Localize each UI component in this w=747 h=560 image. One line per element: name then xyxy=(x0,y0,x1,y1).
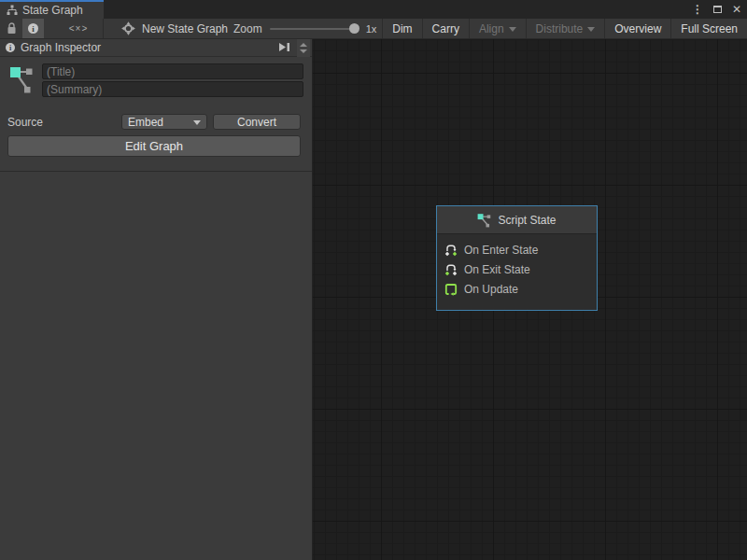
node-row-on-enter-state[interactable]: On Enter State xyxy=(444,240,597,259)
state-graph-icon xyxy=(9,63,35,95)
convert-button[interactable]: Convert xyxy=(213,114,301,130)
zoom-slider-handle[interactable] xyxy=(349,23,359,34)
breadcrumb-label: New State Graph xyxy=(142,22,228,35)
dim-button[interactable]: Dim xyxy=(382,19,421,38)
summary-field[interactable] xyxy=(42,81,303,97)
overview-button[interactable]: Overview xyxy=(604,19,670,38)
chevron-down-icon xyxy=(587,27,595,32)
align-dropdown-button[interactable]: Align xyxy=(469,19,526,38)
full-screen-button[interactable]: Full Screen xyxy=(670,19,747,38)
maximize-icon[interactable] xyxy=(713,6,722,13)
chevron-down-icon xyxy=(300,49,307,53)
on-exit-state-icon xyxy=(444,263,458,276)
edit-graph-button[interactable]: Edit Graph xyxy=(7,135,301,157)
node-row-on-update[interactable]: On Update xyxy=(444,279,597,299)
tab-state-graph[interactable]: State Graph xyxy=(0,0,104,19)
toolbar-separator xyxy=(103,19,104,38)
dock-panel-icon[interactable] xyxy=(276,41,291,53)
tab-strip: State Graph ⋮ ✕ xyxy=(0,0,747,19)
inspector-title: Graph Inspector xyxy=(21,41,101,54)
zoom-slider[interactable] xyxy=(270,28,359,30)
chevron-down-icon xyxy=(193,120,201,125)
chevron-up-icon xyxy=(300,43,307,47)
inspector-header: i Graph Inspector xyxy=(0,39,312,57)
inspector-toggle-button[interactable]: i xyxy=(22,19,44,38)
graph-toolbar: i <×> New State Graph Zoom 1x Dim Carry … xyxy=(0,19,747,39)
chevron-down-icon xyxy=(509,27,516,32)
source-dropdown[interactable]: Embed xyxy=(121,114,207,130)
panel-scrubber[interactable] xyxy=(297,39,310,57)
source-dropdown-value: Embed xyxy=(128,116,193,129)
info-icon: i xyxy=(6,43,15,52)
close-icon[interactable]: ✕ xyxy=(732,4,741,15)
tab-label: State Graph xyxy=(22,4,83,17)
on-enter-state-icon xyxy=(444,244,458,257)
graph-inspector-panel: i Graph Inspector Source Embed Convert E… xyxy=(0,39,313,560)
graph-canvas[interactable]: Script State On Enter State O xyxy=(313,39,747,560)
zoom-value: 1x xyxy=(366,23,377,35)
panel-divider xyxy=(0,171,312,172)
graph-hierarchy-icon xyxy=(7,5,18,16)
node-row-on-exit-state[interactable]: On Exit State xyxy=(444,259,597,279)
info-icon: i xyxy=(28,23,38,34)
node-header[interactable]: Script State xyxy=(437,206,597,234)
distribute-dropdown-button[interactable]: Distribute xyxy=(526,19,605,38)
graph-pan-icon xyxy=(121,21,135,35)
zoom-label: Zoom xyxy=(233,22,262,35)
window-menu-icon[interactable]: ⋮ xyxy=(692,4,703,15)
source-label: Source xyxy=(7,116,43,129)
lock-icon xyxy=(7,22,17,35)
state-node-icon xyxy=(477,213,492,228)
lock-button[interactable] xyxy=(0,19,22,38)
node-title: Script State xyxy=(498,214,556,227)
breadcrumb[interactable]: New State Graph xyxy=(121,19,228,38)
code-preview-button[interactable]: <×> xyxy=(54,19,103,38)
carry-button[interactable]: Carry xyxy=(422,19,469,38)
script-state-node[interactable]: Script State On Enter State O xyxy=(436,205,598,311)
title-field[interactable] xyxy=(42,63,303,79)
on-update-icon xyxy=(444,283,458,296)
